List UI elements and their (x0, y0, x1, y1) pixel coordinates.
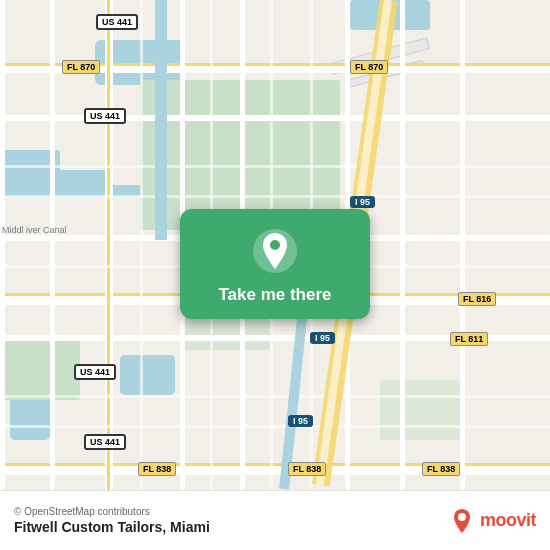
location-pin-icon (251, 227, 299, 275)
shield-fl870-right: FL 870 (350, 60, 388, 74)
shield-fl816-right: FL 816 (458, 292, 496, 306)
water-body-3 (120, 355, 175, 395)
park-area-4 (380, 380, 460, 440)
water-channel-1 (155, 0, 167, 240)
moovit-pin-icon (448, 507, 476, 535)
road-h-6 (0, 465, 550, 475)
shield-fl838-1: FL 838 (138, 462, 176, 476)
shield-i95-mid: I 95 (350, 196, 375, 208)
shield-i95-lowest: I 95 (288, 415, 313, 427)
road-local-2 (0, 195, 550, 198)
road-v-5 (400, 0, 405, 550)
shield-us441-top: US 441 (96, 14, 138, 30)
road-v-1-yellow (107, 0, 110, 550)
road-local-1 (0, 165, 550, 168)
shield-i95-lower: I 95 (310, 332, 335, 344)
osm-attribution: © OpenStreetMap contributors (14, 506, 210, 517)
svg-point-2 (458, 513, 466, 521)
shield-us441-lower: US 441 (74, 364, 116, 380)
moovit-logo: moovit (448, 507, 536, 535)
shield-fl870-left: FL 870 (62, 60, 100, 74)
road-local-4 (0, 395, 550, 398)
canal-label: Middl iver Canal (2, 225, 67, 235)
shield-fl838-3: FL 838 (422, 462, 460, 476)
moovit-brand-label: moovit (480, 510, 536, 531)
place-name: Fitwell Custom Tailors, Miami (14, 519, 210, 535)
bottom-bar: © OpenStreetMap contributors Fitwell Cus… (0, 490, 550, 550)
shield-us441-mid: US 441 (84, 108, 126, 124)
bottom-left-info: © OpenStreetMap contributors Fitwell Cus… (14, 506, 210, 535)
road-local-5 (0, 425, 550, 428)
road-v-7 (0, 0, 5, 550)
road-v-6 (460, 0, 465, 550)
road-v-8 (50, 0, 55, 550)
take-me-there-label: Take me there (218, 285, 331, 305)
shield-fl838-2: FL 838 (288, 462, 326, 476)
shield-fl811: FL 811 (450, 332, 488, 346)
svg-point-1 (270, 240, 280, 250)
shield-us441-bottom: US 441 (84, 434, 126, 450)
road-h-6-yellow (0, 463, 550, 466)
road-h-2 (0, 115, 550, 121)
park-area-2 (0, 340, 80, 400)
canal-strip (0, 170, 110, 185)
map-container: Middl iver Canal US 441 FL 870 FL 870 US… (0, 0, 550, 550)
take-me-there-card[interactable]: Take me there (180, 209, 370, 319)
